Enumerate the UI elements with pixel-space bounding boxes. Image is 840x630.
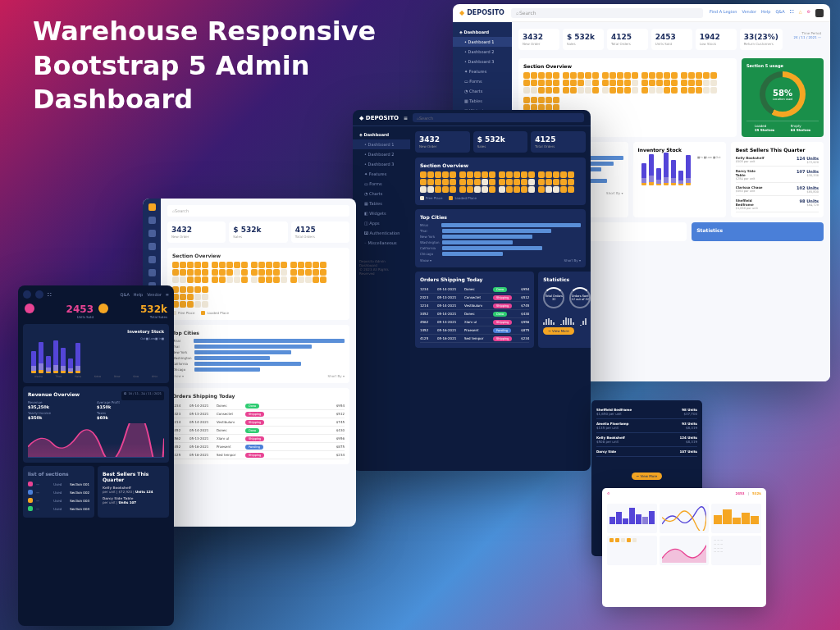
top-cities: Top Cities MiraiThaiNew YorkWashingtonCa… (415, 209, 586, 267)
sidebar: ◈ Dashboard • Dashboard 1 • Dashboard 2 … (353, 126, 410, 471)
kpi: 4125Total Orders (531, 131, 586, 153)
orders-table: Orders Shipping Today 123405-14-2021Done… (415, 272, 534, 348)
order-row[interactable]: 145205-16-2021PraesentPending$875 (172, 443, 345, 451)
order-row[interactable]: 232305-13-2021ConsectetShipping$512 (172, 410, 345, 418)
expand-icon[interactable]: ⛶ (790, 9, 794, 17)
gauge-chart: 58%Location used (760, 71, 806, 117)
sidebar-item-features[interactable]: ✦ Features (453, 66, 512, 76)
city-bar: Mirai (420, 223, 581, 227)
rail-icon[interactable] (148, 256, 156, 263)
order-row[interactable]: 145205-16-2021PraesentPending$875 (420, 326, 529, 335)
city-bar: Chicago (172, 368, 345, 372)
sidebar-item[interactable]: • Dashboard 1 (453, 37, 512, 47)
search-input[interactable]: ⌕ Search (413, 113, 584, 122)
link[interactable]: Find A Legion (710, 9, 737, 17)
avatar[interactable] (23, 290, 31, 299)
dollar-icon (98, 304, 108, 313)
order-row[interactable]: 123405-14-2021DonecDone$954 (420, 285, 529, 294)
rail-icon[interactable] (148, 230, 156, 237)
time-period[interactable]: Time Period24 / 11 / 2021 — (783, 29, 824, 55)
link[interactable]: Q&A (775, 9, 784, 17)
sidebar-item-tables[interactable]: ▦ Tables (453, 96, 512, 106)
topbar: DEPOSITO ⌕ Search Find A Legion Vendor H… (453, 4, 830, 22)
view-more-button[interactable]: ← View More (632, 472, 662, 480)
order-row[interactable]: 123405-14-2021DonecDone$954 (172, 402, 345, 410)
expand-icon[interactable]: ⛶ (48, 292, 52, 297)
thumbnail-dashboard: ⚙2453|532k — — —— — —— — —— — — (602, 488, 766, 607)
city-bar: Washington (172, 356, 345, 360)
rail-icon[interactable] (148, 269, 156, 276)
kpi: $ 532kSales (473, 131, 528, 153)
seller-row: Darcy Side107 Units (596, 447, 697, 457)
kpi: 532k (752, 491, 761, 495)
gear-icon[interactable] (35, 290, 43, 299)
section-row[interactable]: —UsedSection 001 (28, 480, 89, 488)
inv-bar (641, 163, 646, 185)
link[interactable]: Help (761, 9, 770, 17)
kpi-returns: 33(23%)Return Customers (740, 29, 783, 50)
logo-icon[interactable] (148, 203, 156, 211)
sidebar-item-charts[interactable]: ◔ Charts (453, 86, 512, 96)
gear-icon[interactable]: ⚙ (807, 9, 810, 17)
inv-bar (671, 160, 676, 185)
brand-logo[interactable]: DEPOSITO (459, 9, 504, 16)
inv-bar (678, 171, 683, 185)
mini-chart (711, 504, 761, 533)
rail-icon[interactable] (148, 243, 156, 250)
order-row[interactable]: 412505-16-2021Sed temporShipping$234 (420, 335, 529, 343)
inv-bar (664, 153, 669, 185)
seller-row: Amelia Floorlamp$135 per unit93 Units$8,… (596, 419, 697, 433)
area-chart (28, 423, 164, 458)
order-row[interactable]: 121405-14-2021VestibulumShipping$745 (420, 302, 529, 310)
mini-chart (607, 536, 657, 565)
inv-bar (686, 155, 691, 185)
search-input[interactable]: ⌕ Search (167, 205, 349, 217)
rail-icon[interactable] (148, 217, 156, 224)
menu-icon[interactable]: ≡ (404, 115, 408, 121)
orders-table: Orders Shipping Today 123405-14-2021Done… (167, 388, 349, 464)
city-bar: Thai (172, 345, 345, 349)
sidebar-item[interactable]: • Dashboard 3 (453, 57, 512, 66)
section-row[interactable]: —UsedSection 004 (28, 504, 89, 513)
search-input[interactable]: ⌕ Search (511, 8, 703, 18)
ring-chart: Total Orders 32 (543, 287, 564, 308)
inv-bar (68, 358, 73, 373)
revenue-panel: Revenue Overview🗓 16 / 11 - 24 / 11 / 20… (23, 386, 169, 463)
view-more-button[interactable]: → View More (543, 327, 573, 335)
sidebar-item-forms[interactable]: ▭ Forms (453, 76, 512, 86)
order-row[interactable]: 121405-14-2021VestibulumShipping$745 (172, 418, 345, 427)
bell-icon[interactable]: △ (799, 9, 802, 17)
avatar[interactable] (815, 9, 824, 17)
city-bar: New York (172, 350, 345, 354)
link[interactable]: Vendor (742, 9, 756, 17)
statistics-panel: Statistics (692, 222, 824, 241)
inv-bar (53, 340, 58, 373)
kpi-low-stock: 1942Low Stock (696, 29, 737, 50)
section-row[interactable]: —UsedSection 003 (28, 496, 89, 504)
top-links: Find A Legion Vendor Help Q&A ⛶ △ ⚙ (710, 9, 824, 17)
kpi-units-sold: 2453Units Sold (651, 29, 692, 50)
order-row[interactable]: 456205-13-2021Xiam ulShipping$956 (172, 435, 345, 443)
section-row[interactable]: —UsedSection 002 (28, 488, 89, 496)
sidebar-item[interactable]: • Dashboard 2 (453, 47, 512, 57)
mini-chart (607, 504, 657, 533)
inv-bar (31, 351, 36, 373)
order-row[interactable]: 456205-13-2021Xiam ulShipping$956 (420, 318, 529, 326)
inv-bar (61, 348, 66, 373)
order-row[interactable]: 345205-14-2021DonecDone$430 (420, 310, 529, 318)
sidebar-group[interactable]: ◈ Dashboard (453, 27, 512, 37)
mini-chart (660, 504, 710, 533)
order-row[interactable]: 345205-14-2021DonecDone$430 (172, 427, 345, 435)
kpi-new-order: 3432New Order (518, 29, 559, 50)
sort-select[interactable]: Short By ▾ (606, 191, 623, 195)
city-bar: California (172, 362, 345, 366)
order-row[interactable]: 232305-13-2021ConsectetShipping$512 (420, 294, 529, 302)
section-overview: Section Overview Free PlaceLoaded Place (167, 248, 349, 320)
inventory-panel: Inventory Stock Out■ Low■ In■ AlaskaTibe… (23, 324, 169, 383)
city-bar: Chicago (420, 252, 581, 256)
order-row[interactable]: 412505-16-2021Sed temporShipping$234 (172, 451, 345, 459)
mini-chart (660, 536, 710, 565)
menu-icon[interactable]: ≡ (166, 292, 169, 297)
seller-row: Kelly Bookshelf$508 per unit124 Units$72… (736, 156, 819, 167)
inv-bar (46, 356, 51, 373)
